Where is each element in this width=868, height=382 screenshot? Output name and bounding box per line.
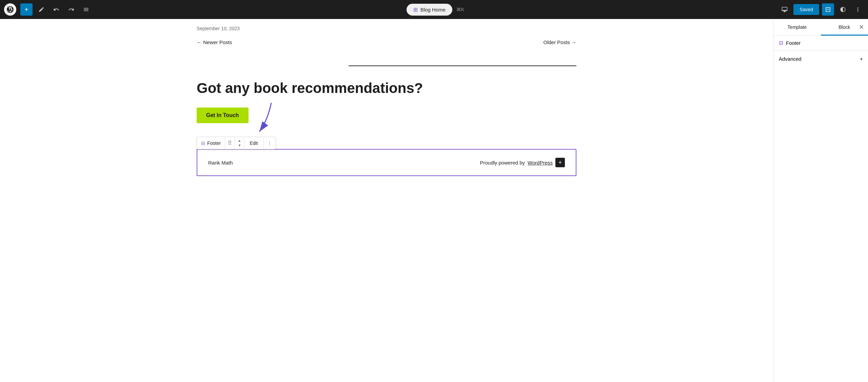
contrast-button[interactable]	[837, 3, 849, 16]
pagination-row: ← Newer Posts Older Posts →	[197, 39, 576, 45]
toolbar-right: Saved	[778, 3, 864, 16]
template-icon: ⊞	[413, 6, 418, 13]
blog-home-label: Blog Home	[420, 7, 446, 13]
footer-icon-toolbar: ⊟	[201, 140, 205, 146]
move-up-button[interactable]: ▲	[235, 138, 244, 143]
desktop-view-button[interactable]	[778, 3, 791, 16]
footer-block-toolbar: ⊟ Footer ⠿ ▲ ▼ Edit ⋮	[197, 137, 276, 149]
advanced-label: Advanced	[779, 56, 802, 62]
redo-button[interactable]	[65, 3, 77, 16]
sidebar-close-button[interactable]: ✕	[857, 22, 865, 32]
toolbar-center: ⊞ Blog Home ⌘K	[95, 4, 776, 16]
rank-math-text: Rank Math	[208, 160, 233, 166]
move-down-button[interactable]: ▼	[235, 143, 244, 148]
footer-sidebar-icon: ⊟	[779, 40, 783, 46]
older-posts-link[interactable]: Older Posts →	[543, 39, 576, 45]
powered-by-text: Proudly powered by	[480, 160, 525, 166]
blog-home-pill[interactable]: ⊞ Blog Home	[407, 4, 452, 16]
move-buttons: ▲ ▼	[235, 138, 244, 148]
add-block-toolbar-button[interactable]: +	[20, 3, 33, 16]
wp-logo[interactable]	[4, 3, 16, 16]
more-options-button[interactable]	[852, 3, 864, 16]
sidebar-toggle-button[interactable]	[822, 3, 834, 16]
right-sidebar: Template Block ✕ ⊟ Footer Advanced ▾	[773, 19, 868, 382]
sidebar-block-name: Footer	[786, 40, 801, 46]
main-layout: September 10, 2023 ← Newer Posts Older P…	[0, 19, 868, 382]
footer-label-text: Footer	[207, 140, 221, 146]
footer-selected-area[interactable]: Rank Math Proudly powered by WordPress +	[197, 149, 576, 176]
footer-block-label-toolbar: ⊟ Footer	[197, 138, 225, 149]
advanced-section[interactable]: Advanced ▾	[773, 51, 868, 67]
sidebar-tabs: Template Block ✕	[773, 19, 868, 36]
saved-button[interactable]: Saved	[793, 4, 819, 15]
arrow-annotation	[244, 99, 285, 140]
divider-line	[349, 65, 576, 66]
wordpress-link[interactable]: WordPress	[528, 160, 553, 166]
content-inner: September 10, 2023 ← Newer Posts Older P…	[183, 26, 590, 176]
advanced-chevron-icon: ▾	[860, 56, 863, 62]
edit-mode-button[interactable]	[35, 3, 47, 16]
sidebar-footer-label: ⊟ Footer	[773, 36, 868, 51]
footer-powered-by: Proudly powered by WordPress +	[480, 158, 565, 167]
drag-handle[interactable]: ⠿	[225, 137, 235, 149]
undo-button[interactable]	[50, 3, 62, 16]
list-view-button[interactable]	[80, 3, 92, 16]
template-tab[interactable]: Template	[773, 19, 821, 35]
date-text: September 10, 2023	[197, 26, 576, 31]
add-block-footer-button[interactable]: +	[555, 158, 565, 167]
content-area: September 10, 2023 ← Newer Posts Older P…	[0, 19, 773, 382]
main-toolbar: + ⊞ Blog Home ⌘K Saved	[0, 0, 868, 19]
edit-button[interactable]: Edit	[244, 138, 263, 149]
page-heading: Got any book recommendations?	[197, 80, 576, 97]
cta-button[interactable]: Get In Touch	[197, 108, 249, 123]
newer-posts-link[interactable]: ← Newer Posts	[197, 39, 232, 45]
arrow-container: ⊟ Footer ⠿ ▲ ▼ Edit ⋮	[197, 137, 576, 149]
keyboard-shortcut: ⌘K	[456, 7, 464, 12]
block-more-button[interactable]: ⋮	[264, 138, 275, 149]
